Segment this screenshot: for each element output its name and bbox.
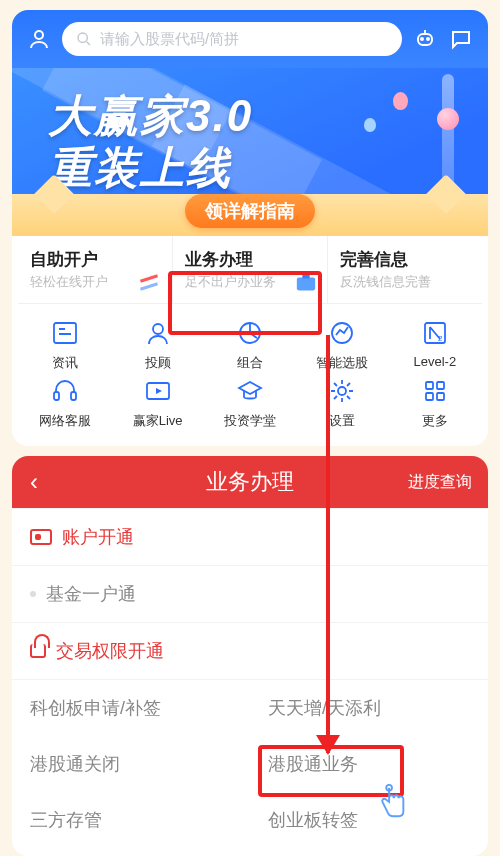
back-button[interactable]: ‹: [12, 468, 56, 496]
svg-point-12: [332, 323, 352, 343]
message-icon[interactable]: [448, 26, 474, 52]
grid-advisor[interactable]: 投顾: [112, 318, 202, 372]
svg-text:2: 2: [438, 334, 443, 343]
settings-icon: [327, 376, 357, 406]
grid-news[interactable]: 资讯: [20, 318, 110, 372]
svg-point-10: [153, 324, 163, 334]
svg-rect-5: [297, 278, 315, 291]
svg-rect-20: [426, 382, 433, 389]
item-chinext[interactable]: 创业板转签: [250, 792, 488, 848]
grid-live[interactable]: 赢家Live: [112, 376, 202, 430]
idcard-icon: [30, 529, 52, 545]
banner-title: 大赢家3.0 重装上线: [48, 90, 253, 194]
grid-school[interactable]: 投资学堂: [205, 376, 295, 430]
business-panel: ‹ 业务办理 进度查询 账户开通 基金一户通 交易权限开通 科创板申请/补签 天…: [12, 456, 488, 856]
svg-marker-18: [156, 388, 162, 394]
item-hk-business[interactable]: 港股通业务: [250, 736, 488, 792]
svg-rect-22: [426, 393, 433, 400]
home-card: 请输入股票代码/简拼 大赢家3.0 重装上线 领详解指南 自助开户 轻松在线开户: [12, 10, 488, 446]
svg-point-0: [35, 31, 43, 39]
grid-stockpick[interactable]: 智能选股: [297, 318, 387, 372]
item-hk-close[interactable]: 港股通关闭: [12, 736, 250, 792]
search-icon: [76, 31, 92, 47]
svg-point-24: [386, 785, 392, 791]
lock-icon: [30, 644, 46, 658]
grid-portfolio[interactable]: 组合: [205, 318, 295, 372]
search-input[interactable]: 请输入股票代码/简拼: [62, 22, 402, 56]
level2-icon: 2: [420, 318, 450, 348]
business-header: ‹ 业务办理 进度查询: [12, 456, 488, 508]
svg-rect-21: [437, 382, 444, 389]
svg-point-19: [338, 387, 346, 395]
svg-rect-23: [437, 393, 444, 400]
svg-point-1: [78, 33, 87, 42]
stockpick-icon: [327, 318, 357, 348]
item-fund[interactable]: 基金一户通: [12, 566, 488, 622]
grid-settings[interactable]: 设置: [297, 376, 387, 430]
item-tiantian[interactable]: 天天增/天添利: [250, 680, 488, 736]
svg-rect-15: [54, 392, 59, 400]
more-icon: [420, 376, 450, 406]
section-permissions[interactable]: 交易权限开通: [12, 622, 488, 680]
item-star-board[interactable]: 科创板申请/补签: [12, 680, 250, 736]
tap-hand-icon: [372, 782, 410, 820]
robot-icon[interactable]: [412, 26, 438, 52]
sparkline-icon: [140, 273, 162, 293]
progress-link[interactable]: 进度查询: [408, 472, 488, 493]
function-grid: 资讯 投顾 组合 智能选股 2 Level-2 网络客服 赢家Live 投资学: [12, 304, 488, 432]
svg-rect-16: [71, 392, 76, 400]
school-icon: [235, 376, 265, 406]
portfolio-icon: [235, 318, 265, 348]
svg-rect-7: [54, 323, 76, 343]
item-thirdparty[interactable]: 三方存管: [12, 792, 250, 848]
svg-point-4: [427, 38, 429, 40]
guide-button[interactable]: 领详解指南: [185, 194, 315, 228]
live-icon: [143, 376, 173, 406]
search-placeholder: 请输入股票代码/简拼: [100, 30, 239, 49]
news-icon: [50, 318, 80, 348]
profile-icon[interactable]: [26, 26, 52, 52]
business-title: 业务办理: [206, 467, 294, 497]
service-open-account[interactable]: 自助开户 轻松在线开户: [18, 236, 172, 303]
service-row: 自助开户 轻松在线开户 业务办理 足不出户办业务 完善信息 反洗钱信息完善: [18, 236, 482, 304]
service-profile[interactable]: 完善信息 反洗钱信息完善: [327, 236, 482, 303]
section-account[interactable]: 账户开通: [12, 508, 488, 566]
annotation-arrow: [326, 335, 330, 753]
briefcase-icon: [295, 273, 317, 293]
grid-more[interactable]: 更多: [390, 376, 480, 430]
advisor-icon: [143, 318, 173, 348]
support-icon: [50, 376, 80, 406]
grid-support[interactable]: 网络客服: [20, 376, 110, 430]
svg-point-3: [421, 38, 423, 40]
service-business[interactable]: 业务办理 足不出户办业务: [172, 236, 327, 303]
svg-rect-6: [302, 274, 309, 279]
grid-level2[interactable]: 2 Level-2: [390, 318, 480, 372]
top-bar: 请输入股票代码/简拼: [12, 10, 488, 68]
promo-banner[interactable]: 大赢家3.0 重装上线 领详解指南: [12, 68, 488, 236]
